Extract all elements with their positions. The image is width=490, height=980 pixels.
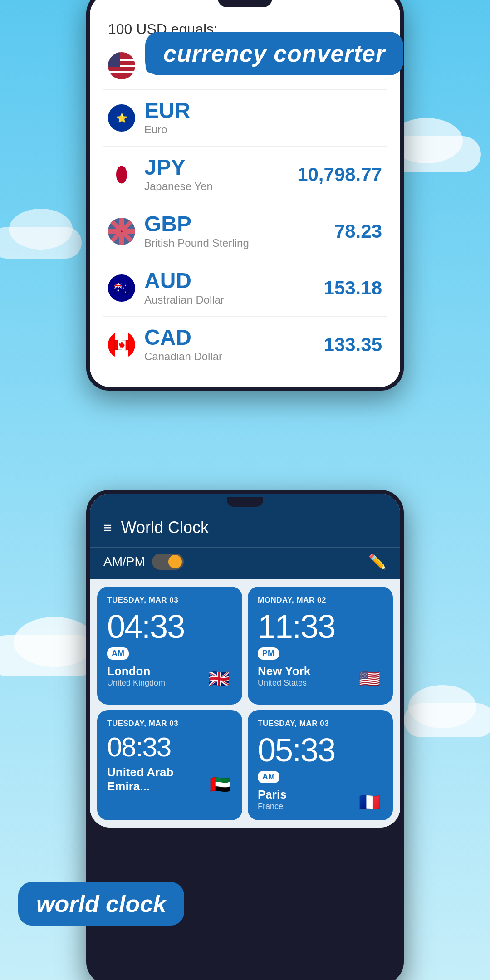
flag-jpy	[108, 161, 135, 188]
currency-code-eur: EUR	[144, 100, 382, 122]
flag-uae: 🇦🇪	[208, 775, 232, 794]
currency-item-eur: ⭐ EUR Euro	[103, 90, 387, 147]
clock-country-paris: France	[258, 802, 287, 811]
clock-time-newyork: 11:33	[258, 610, 383, 643]
flag-usd	[108, 52, 135, 79]
clock-time-london: 04:33	[107, 610, 232, 643]
clock-card-newyork: MONDAY, MAR 02 11:33 PM New York United …	[248, 587, 393, 705]
clock-date-london: TUESDAY, MAR 03	[107, 596, 232, 605]
currency-value-jpy: 10,798.77	[297, 164, 382, 186]
clock-date-uae: TUESDAY, MAR 03	[107, 719, 232, 728]
currency-item-cad: 🇨🇦 CAD Canadian Dollar 133.35	[103, 317, 387, 373]
clock-city-uae: United Arab Emira...	[107, 765, 208, 794]
flag-cad: 🇨🇦	[108, 331, 135, 358]
flag-london: 🇬🇧	[205, 670, 232, 688]
world-clock-header: ≡ World Clock	[90, 510, 400, 547]
currency-list: USD 100 ⭐ EUR Euro JPY Japanese Yen	[90, 42, 400, 373]
clock-city-paris: Paris	[258, 788, 287, 802]
clock-country-london: United Kingdom	[107, 678, 165, 688]
clock-date-newyork: MONDAY, MAR 02	[258, 596, 383, 605]
clock-country-newyork: United States	[258, 678, 310, 688]
flag-eur: ⭐	[108, 104, 135, 132]
currency-name-cad: Canadian Dollar	[144, 350, 324, 363]
currency-value-gbp: 78.23	[334, 220, 382, 242]
world-clock-title: World Clock	[121, 518, 209, 537]
ampm-badge-newyork: PM	[258, 647, 279, 660]
clock-date-paris: TUESDAY, MAR 03	[258, 719, 383, 728]
currency-code-aud: AUD	[144, 270, 324, 292]
currency-value-aud: 153.18	[324, 277, 382, 299]
edit-icon[interactable]: ✏️	[368, 553, 387, 570]
world-clock-subheader: AM/PM ✏️	[90, 547, 400, 579]
currency-code-gbp: GBP	[144, 213, 334, 235]
clock-card-uae: TUESDAY, MAR 03 08:33 United Arab Emira.…	[97, 710, 242, 820]
currency-code-cad: CAD	[144, 327, 324, 348]
top-notch	[218, 0, 272, 7]
ampm-toggle[interactable]	[152, 554, 184, 570]
currency-name-gbp: British Pound Sterling	[144, 237, 334, 250]
currency-name-aud: Australian Dollar	[144, 294, 324, 306]
clock-time-uae: 08:33	[107, 734, 232, 761]
currency-code-jpy: JPY	[144, 157, 297, 178]
currency-item-aud: 🇦🇺 AUD Australian Dollar 153.18	[103, 260, 387, 317]
currency-name-jpy: Japanese Yen	[144, 180, 297, 193]
currency-value-cad: 133.35	[324, 334, 382, 356]
hamburger-icon[interactable]: ≡	[103, 520, 112, 535]
currency-name-eur: Euro	[144, 123, 382, 136]
clock-city-newyork: New York	[258, 664, 310, 678]
currency-converter-phone: currency converter 100 USD equals: USD 1…	[86, 0, 404, 391]
currency-item-gbp: GBP British Pound Sterling 78.23	[103, 203, 387, 260]
ampm-label: AM/PM	[103, 554, 145, 569]
clock-time-paris: 05:33	[258, 734, 383, 766]
ampm-badge-paris: AM	[258, 771, 279, 783]
ampm-badge-london: AM	[107, 647, 129, 660]
bottom-notch	[227, 497, 263, 507]
flag-newyork: 🇺🇸	[356, 670, 383, 688]
clock-city-london: London	[107, 664, 165, 678]
currency-converter-label: currency converter	[145, 32, 403, 75]
clock-grid: TUESDAY, MAR 03 04:33 AM London United K…	[90, 579, 400, 828]
clock-card-paris: TUESDAY, MAR 03 05:33 AM Paris France 🇫🇷	[248, 710, 393, 820]
clock-card-london: TUESDAY, MAR 03 04:33 AM London United K…	[97, 587, 242, 705]
flag-gbp	[108, 218, 135, 245]
flag-paris: 🇫🇷	[356, 793, 383, 811]
bottom-notch-area	[90, 494, 400, 510]
world-clock-label: world clock	[18, 882, 184, 926]
flag-aud: 🇦🇺	[108, 274, 135, 302]
currency-item-jpy: JPY Japanese Yen 10,798.77	[103, 147, 387, 203]
